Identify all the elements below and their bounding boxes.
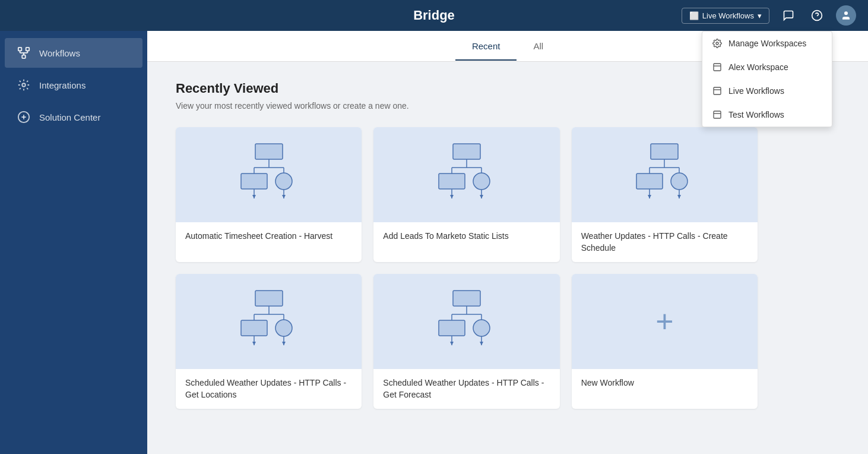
svg-rect-8 — [714, 111, 721, 118]
header-right: ⬜ Live Workflows ▾ — [682, 5, 856, 26]
workflow-card-wf2[interactable]: Add Leads To Marketo Static Lists — [373, 127, 559, 262]
svg-rect-27 — [241, 174, 267, 189]
plus-circle-icon — [17, 111, 31, 124]
live-workflows-button[interactable]: ⬜ Live Workflows ▾ — [682, 8, 769, 24]
plus-icon: + — [655, 306, 673, 337]
svg-rect-6 — [714, 87, 721, 94]
dropdown-item-live-workflows[interactable]: Live Workflows — [702, 79, 832, 103]
svg-point-28 — [275, 173, 292, 190]
workflow-card-image-wf2 — [373, 127, 559, 222]
svg-rect-12 — [22, 55, 26, 59]
workflow-card-image-wf5 — [373, 274, 559, 369]
window-icon-live — [712, 86, 723, 96]
workflow-icon — [17, 46, 31, 59]
svg-rect-44 — [651, 144, 678, 159]
svg-rect-55 — [255, 291, 283, 306]
svg-marker-54 — [677, 195, 681, 198]
svg-rect-4 — [714, 64, 721, 71]
tab-recent[interactable]: Recent — [455, 33, 517, 61]
workflow-grid: Automatic Timesheet Creation - Harvest — [176, 127, 758, 409]
sidebar-label-solution-center: Solution Center — [39, 112, 100, 122]
svg-marker-74 — [450, 342, 454, 345]
sidebar-label-workflows: Workflows — [39, 48, 80, 58]
svg-rect-22 — [255, 144, 283, 159]
svg-rect-11 — [26, 48, 29, 51]
svg-point-18 — [22, 83, 26, 87]
svg-marker-65 — [282, 342, 286, 345]
workflow-card-image-wf1 — [176, 127, 362, 222]
workflow-card-label-wf2: Add Leads To Marketo Static Lists — [373, 222, 559, 258]
dropdown-label-live-workflows: Live Workflows — [728, 86, 784, 96]
new-workflow-card-image: + — [572, 274, 758, 369]
sidebar: Workflows Integrations Solution Center — [0, 31, 147, 454]
sidebar-label-integrations: Integrations — [39, 80, 85, 90]
dropdown-item-test-workflows[interactable]: Test Workflows — [702, 103, 832, 127]
sidebar-item-integrations[interactable]: Integrations — [5, 70, 142, 100]
gear-icon — [712, 38, 723, 49]
svg-rect-71 — [439, 320, 465, 336]
workflow-card-wf5[interactable]: Scheduled Weather Updates - HTTP Calls -… — [373, 274, 559, 409]
sidebar-item-workflows[interactable]: Workflows — [5, 38, 142, 68]
svg-rect-49 — [636, 174, 663, 189]
svg-point-61 — [275, 320, 292, 336]
svg-marker-30 — [252, 195, 256, 198]
window-icon-alex — [712, 62, 723, 72]
monitor-icon: ⬜ — [689, 11, 699, 20]
workflow-card-wf3[interactable]: Weather Updates - HTTP Calls - Create Sc… — [572, 127, 758, 262]
svg-rect-33 — [453, 144, 480, 159]
workflow-card-label-wf5: Scheduled Weather Updates - HTTP Calls -… — [373, 369, 559, 409]
dropdown-item-alex-workspace[interactable]: Alex Workspace — [702, 55, 832, 79]
workflow-card-label-wf4: Scheduled Weather Updates - HTTP Calls -… — [176, 369, 362, 409]
svg-point-50 — [671, 173, 688, 190]
svg-rect-10 — [18, 48, 21, 51]
workflow-card-label-wf3: Weather Updates - HTTP Calls - Create Sc… — [572, 222, 758, 262]
svg-point-72 — [473, 320, 490, 336]
dropdown-item-manage-workspaces[interactable]: Manage Workspaces — [702, 31, 832, 55]
svg-marker-41 — [450, 195, 454, 198]
workflow-card-wf1[interactable]: Automatic Timesheet Creation - Harvest — [176, 127, 362, 262]
integrations-icon — [17, 78, 31, 92]
live-workflows-label: Live Workflows — [702, 11, 754, 20]
svg-rect-60 — [241, 320, 267, 336]
workflow-card-label-wf1: Automatic Timesheet Creation - Harvest — [176, 222, 362, 258]
svg-rect-38 — [439, 174, 465, 189]
tab-all[interactable]: All — [517, 33, 560, 61]
dropdown-arrow-icon: ▾ — [758, 11, 762, 20]
header-title: Bridge — [413, 8, 455, 23]
svg-marker-63 — [252, 342, 256, 345]
workflow-card-image-wf3 — [572, 127, 758, 222]
workflow-card-image-wf4 — [176, 274, 362, 369]
svg-point-39 — [473, 173, 490, 190]
svg-point-3 — [716, 42, 718, 45]
dropdown-label-manage-workspaces: Manage Workspaces — [728, 39, 806, 48]
window-icon-test — [712, 109, 723, 120]
svg-marker-43 — [480, 195, 483, 198]
svg-rect-66 — [453, 291, 480, 306]
user-avatar-button[interactable] — [836, 5, 856, 26]
svg-marker-76 — [480, 342, 483, 345]
dropdown-label-test-workflows: Test Workflows — [728, 110, 784, 119]
workflow-card-wf4[interactable]: Scheduled Weather Updates - HTTP Calls -… — [176, 274, 362, 409]
sidebar-item-solution-center[interactable]: Solution Center — [5, 102, 142, 132]
svg-point-2 — [844, 11, 848, 15]
svg-marker-32 — [282, 195, 286, 198]
workflow-card-label-new: New Workflow — [572, 369, 758, 405]
header: Bridge ⬜ Live Workflows ▾ — [0, 0, 868, 31]
svg-marker-52 — [648, 195, 651, 198]
workspace-dropdown: Manage Workspaces Alex Workspace Live Wo… — [702, 31, 832, 127]
new-workflow-card[interactable]: + New Workflow — [572, 274, 758, 409]
dropdown-label-alex-workspace: Alex Workspace — [728, 62, 788, 72]
help-icon-button[interactable] — [807, 6, 826, 25]
chat-icon-button[interactable] — [779, 6, 798, 25]
